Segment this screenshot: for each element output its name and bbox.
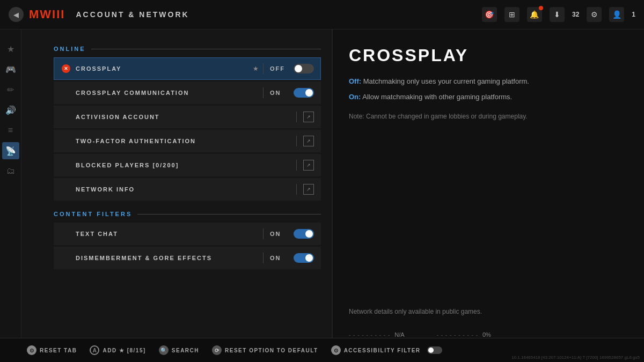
sidebar-icon-edit[interactable]: ✏ bbox=[2, 81, 19, 98]
add-button[interactable]: A ADD ★ [8/15] bbox=[90, 345, 145, 355]
circle-x-icon: ✕ bbox=[62, 64, 70, 73]
online-section-header: ONLINE bbox=[54, 46, 321, 52]
search-button[interactable]: 🔍 SEARCH bbox=[159, 345, 199, 355]
bottom-bar: ⊙ RESET TAB A ADD ★ [8/15] 🔍 SEARCH ⟳ RE… bbox=[0, 338, 644, 362]
setting-row-network-info[interactable]: NETWORK INFO ↗ bbox=[54, 178, 321, 201]
blocked-label: BLOCKED PLAYERS [0/200] bbox=[76, 162, 296, 168]
setting-row-gore[interactable]: DISMEMBERMENT & GORE EFFECTS ON bbox=[54, 247, 321, 269]
sidebar-icon-star[interactable]: ★ bbox=[2, 40, 19, 57]
latency-value: N/A bbox=[394, 331, 404, 338]
accessibility-toggle[interactable] bbox=[427, 346, 442, 354]
crossplay-toggle-knob bbox=[295, 65, 302, 72]
gore-icon-placeholder bbox=[61, 253, 71, 263]
download-count: 32 bbox=[572, 11, 579, 18]
2fa-divider bbox=[296, 136, 297, 146]
textchat-toggle-knob bbox=[305, 230, 313, 238]
reset-tab-icon: ⊙ bbox=[27, 345, 36, 355]
textchat-value: ON bbox=[270, 231, 286, 237]
game-logo: MWIII bbox=[29, 8, 65, 21]
online-header-label: ONLINE bbox=[54, 46, 86, 52]
network-info-external-icon: ↗ bbox=[303, 184, 314, 195]
packet-dashes: - - - - - - - - - - bbox=[437, 332, 478, 338]
reset-option-button[interactable]: ⟳ RESET OPTION TO DEFAULT bbox=[212, 345, 318, 355]
reset-option-icon: ⟳ bbox=[212, 345, 222, 355]
search-label: SEARCH bbox=[172, 348, 199, 353]
crossplay-toggle[interactable] bbox=[294, 64, 314, 73]
crossplay-comm-toggle[interactable] bbox=[294, 88, 314, 98]
network-info-divider bbox=[296, 184, 297, 195]
grid-icon[interactable]: ⊞ bbox=[504, 7, 519, 22]
friend-count: 1 bbox=[632, 11, 635, 18]
2fa-label: TWO-FACTOR AUTHENTICATION bbox=[76, 138, 296, 144]
profile-icon[interactable]: 👤 bbox=[609, 7, 624, 22]
reset-option-label: RESET OPTION TO DEFAULT bbox=[225, 348, 318, 353]
gore-value: ON bbox=[270, 255, 286, 261]
crossplay-comm-icon-placeholder bbox=[61, 87, 71, 98]
download-icon[interactable]: ⬇ bbox=[550, 7, 565, 22]
packet-line: - - - - - - - - - - 0% bbox=[437, 331, 491, 338]
sidebar-icon-controller[interactable]: 🎮 bbox=[2, 61, 19, 78]
sidebar-icon-audio[interactable]: 🔊 bbox=[2, 101, 19, 119]
crossplay-comm-toggle-knob bbox=[305, 89, 313, 97]
setting-row-2fa[interactable]: TWO-FACTOR AUTHENTICATION ↗ bbox=[54, 130, 321, 152]
activision-icon-placeholder bbox=[61, 112, 71, 122]
off-label: Off: bbox=[349, 77, 361, 85]
main-layout: ★ 🎮 ✏ 🔊 ≡ 📡 🗂 ONLINE ✕ CROSSPLAY ★ OFF bbox=[0, 29, 644, 362]
gore-toggle[interactable] bbox=[294, 253, 314, 263]
setting-row-blocked[interactable]: BLOCKED PLAYERS [0/200] ↗ bbox=[54, 154, 321, 176]
on-label: On: bbox=[349, 93, 361, 101]
back-icon: ◀ bbox=[13, 11, 19, 19]
topbar-left: ◀ MWIII ACCOUNT & NETWORK bbox=[9, 7, 189, 22]
notification-icon[interactable]: 🔔 bbox=[527, 7, 542, 22]
accessibility-label: ACCESSIBILITY FILTER bbox=[344, 348, 421, 353]
sidebar-icon-menu[interactable]: ≡ bbox=[2, 122, 19, 139]
crossplay-label: CROSSPLAY bbox=[76, 65, 253, 72]
loadout-icon[interactable]: 🎯 bbox=[482, 7, 497, 22]
textchat-toggle[interactable] bbox=[294, 229, 314, 239]
crossplay-comm-divider bbox=[263, 87, 264, 98]
network-note: Network details only available in public… bbox=[349, 308, 628, 315]
content-area: ONLINE ✕ CROSSPLAY ★ OFF CROSSPLAY COMMU… bbox=[21, 29, 644, 362]
blocked-divider bbox=[296, 160, 297, 171]
activision-external-icon: ↗ bbox=[303, 112, 314, 122]
2fa-external-icon: ↗ bbox=[303, 136, 314, 146]
sidebar-icons: ★ 🎮 ✏ 🔊 ≡ 📡 🗂 bbox=[0, 29, 21, 362]
gore-label: DISMEMBERMENT & GORE EFFECTS bbox=[76, 255, 263, 261]
sidebar-icon-network[interactable]: 📡 bbox=[2, 142, 19, 159]
sidebar-icon-archive[interactable]: 🗂 bbox=[2, 162, 19, 180]
page-title: ACCOUNT & NETWORK bbox=[76, 10, 189, 19]
content-filters-section-header: CONTENT FILTERS bbox=[54, 211, 321, 217]
accessibility-button[interactable]: ⊙ ACCESSIBILITY FILTER bbox=[331, 345, 442, 355]
network-info-icon-placeholder bbox=[61, 184, 71, 195]
gore-divider bbox=[263, 253, 264, 263]
blocked-external-icon: ↗ bbox=[303, 160, 314, 171]
add-label: ADD ★ [8/15] bbox=[103, 348, 145, 353]
crossplay-divider bbox=[263, 63, 264, 74]
2fa-icon-placeholder bbox=[61, 136, 71, 146]
info-title: CROSSPLAY bbox=[349, 46, 628, 65]
setting-row-textchat[interactable]: TEXT CHAT ON bbox=[54, 223, 321, 245]
info-desc-on: On: Allow matchmaking with other gaming … bbox=[349, 92, 628, 103]
settings-icon[interactable]: ⚙ bbox=[587, 7, 602, 22]
notif-dot bbox=[539, 6, 543, 10]
back-button[interactable]: ◀ bbox=[9, 7, 24, 22]
crossplay-comm-value: ON bbox=[270, 90, 286, 96]
setting-row-crossplay-comm[interactable]: CROSSPLAY COMMUNICATION ON bbox=[54, 82, 321, 104]
logo-mw: MW bbox=[29, 8, 52, 21]
gore-toggle-knob bbox=[305, 254, 313, 262]
off-text: Matchmaking only uses your current gamin… bbox=[363, 77, 529, 85]
crossplay-value: OFF bbox=[270, 65, 286, 72]
textchat-label: TEXT CHAT bbox=[76, 231, 263, 237]
network-info-label: NETWORK INFO bbox=[76, 186, 296, 193]
setting-row-activision[interactable]: ACTIVISION ACCOUNT ↗ bbox=[54, 106, 321, 128]
info-desc-off: Off: Matchmaking only uses your current … bbox=[349, 76, 628, 87]
activision-divider bbox=[296, 112, 297, 122]
activision-label: ACTIVISION ACCOUNT bbox=[76, 114, 296, 120]
crossplay-icon: ✕ bbox=[61, 63, 71, 74]
crossplay-star: ★ bbox=[253, 65, 259, 72]
reset-tab-button[interactable]: ⊙ RESET TAB bbox=[27, 345, 77, 355]
topbar-right: 🎯 ⊞ 🔔 ⬇ 32 ⚙ 👤 1 bbox=[482, 7, 635, 22]
on-text: Allow matchmaking with other gaming plat… bbox=[362, 93, 512, 101]
settings-panel: ONLINE ✕ CROSSPLAY ★ OFF CROSSPLAY COMMU… bbox=[21, 29, 333, 362]
setting-row-crossplay[interactable]: ✕ CROSSPLAY ★ OFF bbox=[54, 57, 321, 80]
